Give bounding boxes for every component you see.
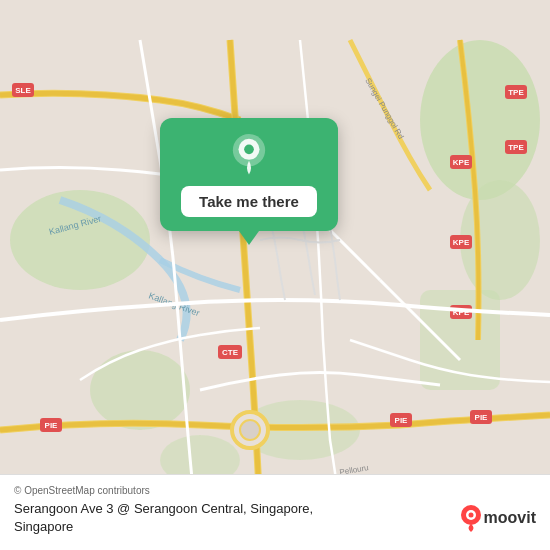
location-text: Serangoon Ave 3 @ Serangoon Central, Sin… xyxy=(14,500,450,536)
map-container: Kallang River Kallang River SLE CTE CTE … xyxy=(0,0,550,550)
svg-text:PIE: PIE xyxy=(45,421,59,430)
moovit-logo: moovit xyxy=(460,504,536,532)
svg-point-3 xyxy=(420,40,540,200)
location-row: Serangoon Ave 3 @ Serangoon Central, Sin… xyxy=(14,500,536,536)
map-svg: Kallang River Kallang River SLE CTE CTE … xyxy=(0,0,550,550)
svg-text:SLE: SLE xyxy=(15,86,31,95)
location-pin-icon xyxy=(228,134,270,176)
svg-text:KPE: KPE xyxy=(453,158,470,167)
svg-point-39 xyxy=(244,145,254,155)
svg-text:KPE: KPE xyxy=(453,238,470,247)
take-me-there-button[interactable]: Take me there xyxy=(181,186,317,217)
svg-text:TPE: TPE xyxy=(508,143,524,152)
moovit-pin-icon xyxy=(460,504,482,532)
copyright-text: © OpenStreetMap contributors xyxy=(14,485,536,496)
svg-text:TPE: TPE xyxy=(508,88,524,97)
svg-text:PIE: PIE xyxy=(395,416,409,425)
svg-point-36 xyxy=(240,420,260,440)
svg-text:PIE: PIE xyxy=(475,413,489,422)
bottom-panel: © OpenStreetMap contributors Serangoon A… xyxy=(0,474,550,550)
svg-point-2 xyxy=(90,350,190,430)
popup-card: Take me there xyxy=(160,118,338,231)
svg-point-42 xyxy=(468,512,473,517)
moovit-wordmark: moovit xyxy=(484,509,536,527)
svg-text:CTE: CTE xyxy=(222,348,239,357)
